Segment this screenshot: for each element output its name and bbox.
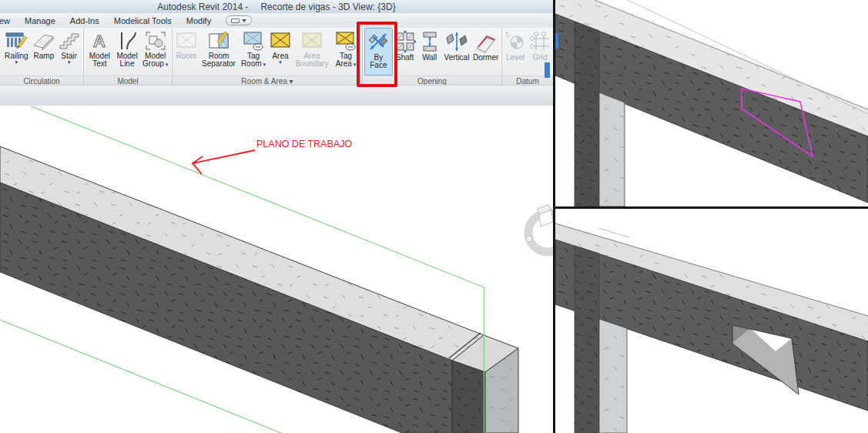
model-line-icon	[116, 30, 139, 52]
chevron-down-icon	[242, 19, 246, 22]
tag-room-button[interactable]: Tag Room▾	[239, 28, 268, 76]
tab-manage[interactable]: Manage	[25, 16, 55, 25]
model-group-icon	[144, 30, 167, 52]
railing-icon	[5, 30, 28, 52]
chevron-down-icon: ▾	[354, 62, 357, 67]
vertical-opening-label: Vertical	[444, 54, 470, 62]
dormer-icon	[474, 30, 498, 53]
options-bar	[0, 85, 553, 107]
model-text-icon: A	[88, 30, 111, 52]
document-title: Recorte de vigas - 3D View: {3D}	[260, 2, 395, 12]
area-icon	[269, 30, 292, 52]
room-separator-label: Room Separator	[199, 52, 238, 68]
panel-caption-room-area[interactable]: Room & Area ▾	[173, 76, 362, 85]
workplane-label: PLANO DE TRABAJO	[256, 139, 352, 149]
wall-opening-label: Wall	[422, 54, 437, 62]
area-boundary-label: Area Boundary	[293, 52, 330, 68]
clipped-button-fragment	[545, 62, 550, 78]
dormer-button[interactable]: Dormer	[471, 28, 500, 76]
wall-opening-button[interactable]: Wall	[417, 28, 442, 76]
chevron-down-icon: ▾	[68, 60, 71, 65]
railing-button[interactable]: Railing ▾	[2, 28, 32, 76]
room-label: Room	[176, 52, 197, 60]
ribbon: Railing ▾ Ramp	[0, 28, 553, 85]
viewcube-home-icon[interactable]	[538, 205, 553, 227]
room-icon	[175, 30, 198, 52]
ramp-button[interactable]: Ramp	[32, 28, 57, 76]
vertical-opening-button[interactable]: Vertical	[442, 28, 472, 76]
ramp-icon	[32, 30, 55, 52]
steering-wheel-widget[interactable]	[524, 205, 553, 256]
model-text-label: Model Text	[86, 52, 113, 68]
tag-room-icon	[242, 30, 265, 52]
detail-image-result	[555, 209, 868, 433]
wall-opening-icon	[418, 30, 441, 53]
level-label: Level	[506, 54, 524, 62]
chevron-down-icon: ▾	[263, 62, 266, 67]
area-button[interactable]: Area ▾	[268, 28, 293, 76]
tag-room-label: Tag Room	[241, 52, 262, 68]
annotation-highlight-box	[357, 22, 397, 87]
chevron-down-icon: ▾	[166, 62, 169, 67]
svg-text:A: A	[93, 32, 106, 51]
room-separator-button[interactable]: Room Separator	[199, 28, 239, 76]
model-group-label: Model Group	[142, 52, 166, 68]
room-button: Room	[174, 28, 199, 76]
tab-modelical-tools[interactable]: Modelical Tools	[114, 16, 172, 25]
panel-caption-circulation: Circulation	[0, 76, 83, 85]
tab-add-ins[interactable]: Add-Ins	[70, 16, 99, 25]
model-text-button[interactable]: A Model Text	[85, 28, 114, 76]
chevron-down-icon: ▾	[279, 60, 282, 65]
panel-caption-model: Model	[84, 76, 172, 85]
detail-image-sketch	[555, 0, 868, 206]
chevron-down-icon: ▾	[15, 60, 18, 65]
ribbon-tab-bar: ew Manage Add-Ins Modelical Tools Modify	[0, 13, 553, 28]
tab-view[interactable]: ew	[0, 16, 10, 25]
stair-icon	[58, 30, 81, 52]
grid-label: Grid	[533, 54, 548, 62]
detail-images-column	[555, 0, 868, 433]
area-boundary-button: Area Boundary	[293, 28, 331, 76]
app-title: Autodesk Revit 2014 -	[157, 2, 248, 12]
tag-area-icon	[334, 30, 357, 52]
workplane-annotation: PLANO DE TRABAJO	[193, 139, 352, 174]
model-line-label: Model Line	[115, 52, 140, 68]
column-top-seam	[598, 228, 629, 237]
level-button: Level	[503, 28, 528, 76]
clipped-ui-fragment	[555, 33, 558, 49]
model-group-button[interactable]: Model Group▾	[140, 28, 170, 76]
revit-window: Autodesk Revit 2014 - Recorte de vigas -…	[0, 0, 553, 433]
area-boundary-icon	[300, 30, 323, 52]
panel-room-area: Room Room Separator	[173, 28, 363, 85]
ribbon-state-icon	[231, 18, 240, 23]
dormer-label: Dormer	[473, 54, 498, 62]
level-icon	[504, 30, 527, 53]
title-bar: Autodesk Revit 2014 - Recorte de vigas -…	[0, 0, 553, 13]
shaft-label: Shaft	[396, 54, 414, 62]
ribbon-cycle-button[interactable]	[226, 15, 252, 25]
tag-area-label: Tag Area	[336, 52, 352, 68]
model-line-button[interactable]: Model Line	[114, 28, 141, 76]
beam-solid	[0, 146, 484, 433]
room-separator-icon	[207, 30, 230, 52]
grid-icon	[528, 30, 551, 53]
vertical-opening-icon	[445, 30, 468, 53]
main-3d-viewport[interactable]: PLANO DE TRABAJO	[0, 106, 553, 433]
panel-circulation: Railing ▾ Ramp	[0, 28, 84, 85]
ramp-label: Ramp	[34, 52, 55, 60]
tab-modify[interactable]: Modify	[186, 16, 211, 25]
stair-button[interactable]: Stair ▾	[56, 28, 82, 76]
panel-model: A Model Text Model Line	[84, 28, 173, 85]
